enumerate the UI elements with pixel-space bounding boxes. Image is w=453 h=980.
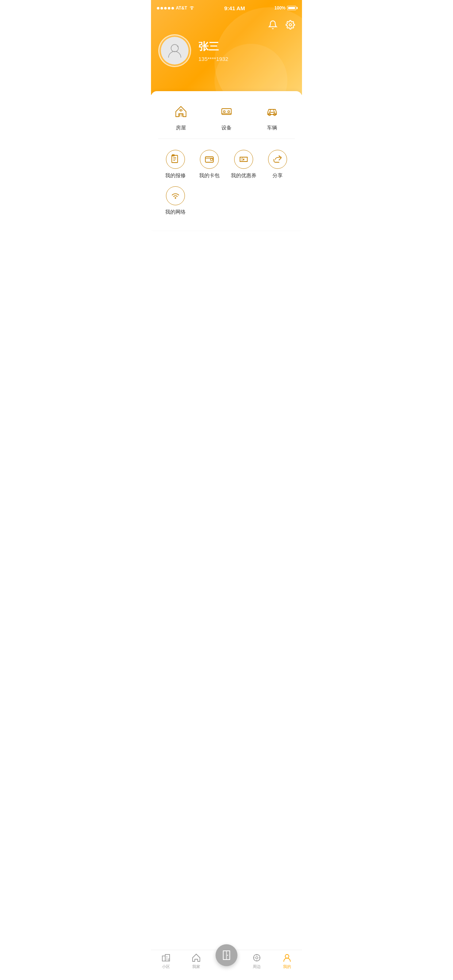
func-item-coupon[interactable]: ¥ 我的优惠券: [226, 150, 261, 179]
repair-icon: [170, 154, 180, 164]
wifi-icon: [189, 6, 195, 10]
coupon-icon: ¥: [239, 154, 249, 164]
device-icon-wrapper: [217, 102, 236, 121]
house-icon: [174, 104, 188, 119]
svg-point-19: [175, 197, 176, 199]
battery-indicator: [287, 6, 296, 10]
status-bar: AT&T 9:41 AM 100%: [151, 0, 302, 16]
house-icon-wrapper: [171, 102, 190, 121]
repair-label: 我的报修: [165, 172, 186, 179]
svg-rect-15: [205, 157, 214, 162]
network-label: 我的网络: [165, 209, 186, 215]
user-phone: 135****1932: [198, 56, 228, 62]
vehicle-label: 车辆: [267, 125, 277, 131]
svg-rect-16: [211, 159, 213, 161]
func-item-wallet[interactable]: 我的卡包: [193, 150, 227, 179]
hero-profile: ✦ 张三 135****1932: [151, 16, 302, 75]
quick-card: 房屋 设备: [151, 91, 302, 230]
svg-text:¥: ¥: [243, 158, 244, 161]
svg-point-6: [228, 111, 230, 113]
quick-item-device[interactable]: 设备: [204, 102, 249, 131]
svg-point-5: [223, 111, 225, 113]
func-row-1: 我的报修 我的卡包: [151, 146, 302, 183]
avatar-image: ✦: [161, 37, 188, 65]
quick-menu-row: 房屋 设备: [151, 99, 302, 138]
profile-info: 张三 135****1932: [198, 40, 228, 62]
coupon-label: 我的优惠券: [231, 172, 257, 179]
func-row-2: 我的网络: [151, 183, 302, 219]
share-icon: [273, 154, 283, 164]
status-time: 9:41 AM: [224, 5, 245, 11]
quick-item-vehicle[interactable]: 车辆: [249, 102, 295, 131]
device-label: 设备: [222, 125, 231, 131]
status-right: 100%: [274, 5, 296, 11]
user-name: 张三: [198, 40, 228, 54]
device-icon: [219, 104, 234, 119]
content-area: 房屋 设备: [151, 91, 302, 263]
network-icon: [170, 191, 180, 201]
signal-dots: [157, 7, 174, 10]
svg-text:✦: ✦: [177, 45, 179, 48]
vehicle-icon-wrapper: [263, 102, 282, 121]
func-item-repair[interactable]: 我的报修: [158, 150, 193, 179]
func-item-share[interactable]: 分享: [261, 150, 295, 179]
quick-item-house[interactable]: 房屋: [158, 102, 204, 131]
battery-percent: 100%: [274, 5, 286, 11]
divider: [158, 138, 295, 139]
func-section: 我的报修 我的卡包: [151, 143, 302, 223]
house-label: 房屋: [176, 125, 186, 131]
coupon-icon-wrapper: ¥: [234, 150, 253, 169]
network-icon-wrapper: [166, 186, 185, 205]
status-left: AT&T: [157, 5, 195, 11]
avatar[interactable]: ✦: [158, 34, 191, 67]
person-icon: ✦: [166, 41, 184, 60]
share-icon-wrapper: [268, 150, 287, 169]
wallet-icon-wrapper: [200, 150, 219, 169]
share-label: 分享: [273, 172, 283, 179]
repair-icon-wrapper: [166, 150, 185, 169]
wallet-label: 我的卡包: [199, 172, 220, 179]
carrier-label: AT&T: [176, 5, 187, 11]
wallet-icon: [204, 154, 214, 164]
svg-point-3: [180, 110, 181, 111]
vehicle-icon: [265, 104, 279, 119]
func-item-network[interactable]: 我的网络: [158, 186, 193, 215]
